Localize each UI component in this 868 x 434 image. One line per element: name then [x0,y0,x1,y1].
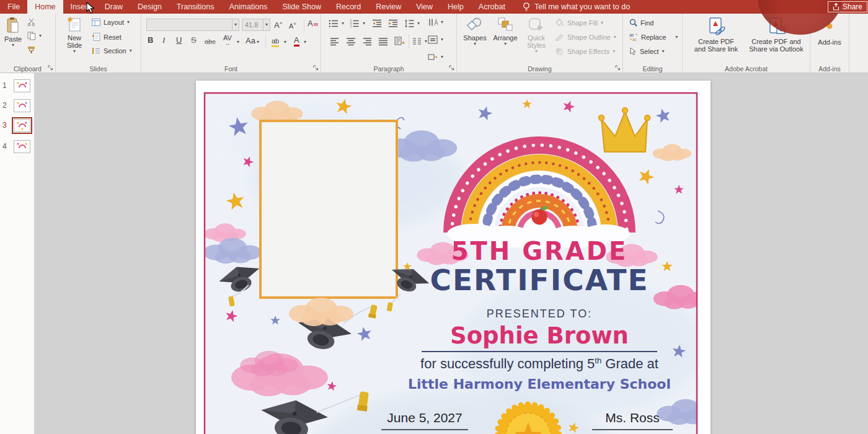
certificate-body-line[interactable]: for successfully completing 5th Grade at [378,356,701,372]
font-color-button[interactable]: A [294,36,299,46]
arrange-button[interactable]: Arrange ▾ [490,17,520,46]
paste-button[interactable]: Paste ▾ [1,17,25,48]
slide-thumbnail-2[interactable]: 2 [0,98,34,115]
slide-thumbnail-1[interactable]: 1 [0,78,34,95]
slide-canvas[interactable]: 5TH GRADE CERTIFICATE PRESENTED TO: Soph… [196,81,711,434]
copy-button[interactable]: ▾ [27,32,42,40]
smartart-caret-icon: ▾ [441,55,443,60]
section-button[interactable]: Section▾ [92,47,132,55]
underline-button[interactable]: U [176,36,182,45]
align-left-icon [330,37,340,46]
align-right-button[interactable] [362,37,372,46]
signature-field[interactable]: Ms. Ross [592,410,673,430]
tab-acrobat[interactable]: Acrobat [471,0,513,14]
reset-icon [92,33,100,41]
select-button[interactable]: Select▾ [629,47,665,55]
double-strike-button[interactable]: abc [205,37,216,46]
layout-label: Layout [104,19,124,26]
tab-home[interactable]: Home [27,0,63,14]
line-spacing-button[interactable]: ▾ [404,19,420,28]
format-painter-button[interactable] [27,46,35,54]
shapes-caret-icon: ▾ [474,42,476,46]
date-field[interactable]: June 5, 2027 [381,410,468,430]
grow-font-label: A [274,20,280,30]
font-name-combo[interactable]: ▾ [146,19,239,31]
italic-button[interactable]: I [162,36,165,45]
columns-button[interactable]: ▾ [412,37,427,46]
tab-transitions[interactable]: Transitions [169,0,222,14]
tab-record[interactable]: Record [329,0,368,14]
convert-smartart-button[interactable]: ▾ [428,53,443,61]
align-text-button[interactable]: ▾ [428,35,443,44]
character-spacing-button[interactable]: AV↔ [223,35,232,46]
find-button[interactable]: Find [629,19,653,27]
layout-button[interactable]: Layout▾ [92,19,130,26]
font-size-combo[interactable]: 41.8 ▾ [242,19,270,31]
share-button[interactable]: Share [828,1,867,12]
clipboard-dialog-launcher-icon[interactable] [48,65,53,71]
tab-view[interactable]: View [409,0,440,14]
body-prefix: for successfully completing 5 [420,356,595,371]
justify-button[interactable] [378,37,388,46]
pdf-link-icon [707,17,725,36]
slide-thumb-image [14,99,30,112]
svg-text:ab: ab [629,33,634,37]
share-icon [833,3,839,11]
text-direction-caret-icon: ▾ [441,20,443,25]
reset-button[interactable]: Reset [92,33,122,41]
numbering-button[interactable]: ▾ [350,19,365,28]
shapes-button[interactable]: Shapes ▾ [461,17,489,46]
slide-thumbnail-3-selected[interactable]: 3 [0,118,34,135]
tab-file[interactable]: File [0,0,27,14]
grow-font-button[interactable]: A˄ [274,19,282,30]
certificate-title-line2[interactable]: CERTIFICATE [378,263,701,297]
bullets-button[interactable]: ▾ [329,19,344,28]
new-slide-button[interactable]: New Slide ▾ [60,17,89,54]
slide-number: 4 [2,142,7,151]
font-dialog-launcher-icon[interactable] [313,65,319,71]
create-pdf-outlook-label-1: Create PDF and [751,38,800,45]
tab-help[interactable]: Help [440,0,471,14]
shape-outline-icon [555,33,564,41]
add-remove-columns-button[interactable] [394,37,405,46]
increase-indent-icon [388,19,398,28]
shape-fill-button[interactable]: Shape Fill▾ [555,19,603,27]
strikethrough-button[interactable]: S [191,36,197,45]
align-left-button[interactable] [330,37,340,46]
find-label: Find [640,19,653,27]
shrink-font-button[interactable]: A˅ [289,20,296,30]
quick-styles-button[interactable]: Quick Styles ▾ [521,17,551,54]
create-pdf-share-link-button[interactable]: Create PDF and Share link [688,17,745,53]
tab-animations[interactable]: Animations [222,0,275,14]
change-case-button[interactable]: Aa [246,37,255,45]
recipient-underline [422,351,657,352]
school-name[interactable]: Little Harmony Elementary School [378,376,701,392]
align-center-button[interactable] [346,37,356,46]
decrease-indent-button[interactable] [372,19,382,28]
text-direction-button[interactable]: ▾ [428,18,443,27]
recipient-name[interactable]: Sophie Brown [378,322,701,349]
replace-button[interactable]: abac Replace▾ [629,33,678,41]
change-case-caret-icon: ▾ [257,40,259,45]
increase-indent-button[interactable] [388,19,398,28]
section-caret-icon: ▾ [130,48,132,53]
paragraph-dialog-launcher-icon[interactable] [449,65,454,71]
tab-design[interactable]: Design [130,0,169,14]
shape-effects-button[interactable]: Shape Effects▾ [555,47,615,55]
tab-draw[interactable]: Draw [97,0,130,14]
align-center-icon [346,37,356,46]
tab-slide-show[interactable]: Slide Show [275,0,329,14]
tab-review[interactable]: Review [368,0,409,14]
highlight-color-button[interactable]: ab [272,37,279,47]
slide-thumbnail-4[interactable]: 4 [0,139,34,156]
tell-me-box[interactable]: Tell me what you want to do [523,0,630,14]
cut-button[interactable] [27,18,35,26]
clear-formatting-button[interactable]: A [308,19,318,28]
new-slide-label: New Slide [60,34,89,49]
shape-outline-button[interactable]: Shape Outline▾ [555,33,616,41]
certificate-title-line1[interactable]: 5TH GRADE [378,237,701,265]
drawing-dialog-launcher-icon[interactable] [615,65,621,71]
bullets-icon [329,19,339,28]
bold-button[interactable]: B [148,36,153,45]
presented-to-label[interactable]: PRESENTED TO: [378,308,701,321]
